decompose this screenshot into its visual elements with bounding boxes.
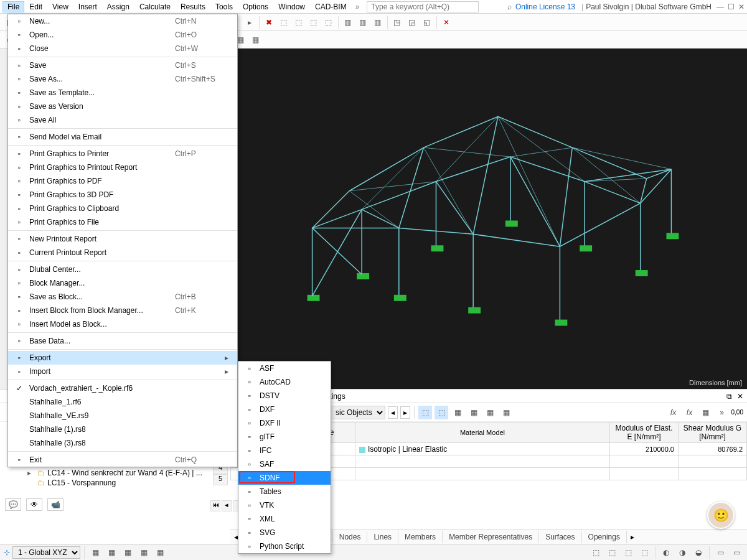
menu-item[interactable]: ▫Save as Version	[8, 100, 237, 113]
menu-item[interactable]: ▫Print Graphics to Printout Report	[8, 161, 237, 174]
next-icon[interactable]: ▸	[400, 406, 410, 419]
menu-item[interactable]: ▫Insert Block from Block Manager...Ctrl+…	[8, 304, 237, 317]
status-icon[interactable]: ▦	[137, 546, 151, 559]
submenu-item[interactable]: ▫XML	[238, 512, 331, 526]
tab[interactable]: Openings	[582, 531, 627, 543]
tree-item[interactable]: ▸🗀LC14 - Wind senkrecht zur Wand 4 (E-F-…	[9, 468, 208, 478]
status-icon[interactable]: ◒	[692, 546, 705, 559]
submenu-item[interactable]: ▫ASF	[238, 362, 331, 375]
menu-tools[interactable]: Tools	[210, 1, 238, 12]
status-icon[interactable]: ◑	[675, 546, 689, 559]
menu-item[interactable]: ▫Export▸	[8, 351, 237, 365]
submenu-item[interactable]: ▫glTF	[238, 430, 331, 444]
tool-icon[interactable]: ◱	[420, 16, 434, 29]
status-icon[interactable]: ⬚	[621, 546, 635, 559]
menu-edit[interactable]: Edit	[24, 1, 47, 12]
tool-icon[interactable]: ▦	[451, 406, 464, 419]
menu-item[interactable]: ▫Base Data...	[8, 334, 237, 348]
panel-close-icon[interactable]: ✕	[737, 392, 743, 401]
assistant-avatar[interactable]: 🙂	[707, 502, 735, 529]
tool-icon[interactable]: ⬚	[277, 16, 291, 29]
menu-item[interactable]: Stahlhalle_VE.rs9	[8, 409, 237, 422]
menu-cadbim[interactable]: CAD-BIM	[310, 1, 352, 12]
tab[interactable]: Nodes	[333, 531, 368, 543]
menu-item[interactable]: ▫Save as Block...Ctrl+B	[8, 290, 237, 304]
menu-item[interactable]: ▫New...Ctrl+N	[8, 14, 237, 28]
tool-icon[interactable]: ◲	[405, 16, 419, 29]
menu-options[interactable]: Options	[238, 1, 273, 12]
menu-item[interactable]: ▫Current Printout Report	[8, 246, 237, 259]
tab[interactable]: Member Representatives	[443, 531, 539, 543]
status-icon[interactable]: ◐	[659, 546, 673, 559]
menu-item[interactable]: ▫New Printout Report	[8, 232, 237, 246]
status-icon[interactable]: ▦	[88, 546, 102, 559]
tool-icon[interactable]: ▥	[371, 16, 385, 29]
menu-item[interactable]: ▫CloseCtrl+W	[8, 42, 237, 55]
tool-icon[interactable]: ▥	[341, 16, 355, 29]
close-icon[interactable]: ✕	[738, 2, 745, 11]
submenu-item[interactable]: ▫SAF	[238, 457, 331, 471]
col-header[interactable]: Shear Modulus G [N/mm²]	[679, 422, 747, 443]
menu-item[interactable]: ▫Block Manager...	[8, 276, 237, 290]
submenu-item[interactable]: ▫DXF II	[238, 416, 331, 430]
pager-first-icon[interactable]: ⏮	[210, 500, 220, 511]
tab[interactable]: Members	[398, 531, 443, 543]
camera-icon[interactable]: 📹	[47, 498, 63, 511]
status-icon[interactable]: ⬚	[605, 546, 619, 559]
menu-calculate[interactable]: Calculate	[134, 1, 176, 12]
tool-icon[interactable]: ⬚	[322, 16, 336, 29]
axis-icon[interactable]: ⊹	[4, 548, 10, 557]
tool-icon[interactable]: ▥	[356, 16, 370, 29]
menu-file[interactable]: File	[2, 1, 24, 12]
tool-icon[interactable]: ⬚	[418, 406, 432, 419]
menu-item[interactable]: ▫Save as Template...	[8, 86, 237, 100]
menu-item[interactable]: ▫Open...Ctrl+O	[8, 28, 237, 42]
menu-results[interactable]: Results	[176, 1, 210, 12]
tab[interactable]: Lines	[367, 531, 398, 543]
status-icon[interactable]: ⬚	[589, 546, 603, 559]
tool-icon[interactable]: ▦	[248, 33, 262, 47]
status-icon[interactable]: ⬚	[637, 546, 651, 559]
fx-icon[interactable]: fx	[683, 406, 697, 419]
menu-item[interactable]: ✓Vordach_extrahiert_-_Kopie.rf6	[8, 381, 237, 395]
panel-popout-icon[interactable]: ⧉	[726, 392, 732, 401]
menu-insert[interactable]: Insert	[73, 1, 102, 12]
maximize-icon[interactable]: ☐	[728, 2, 735, 11]
menu-item[interactable]: ▫Save As...Ctrl+Shift+S	[8, 72, 237, 86]
menu-item[interactable]: ▫Print Graphics to 3D PDF	[8, 188, 237, 202]
coord-system-select[interactable]: 1 - Global XYZ	[12, 546, 80, 559]
menu-item[interactable]: Stahlhalle (3).rs8	[8, 436, 237, 450]
col-header[interactable]: Modulus of Elast. E [N/mm²]	[610, 422, 679, 443]
tool-icon[interactable]: ⬚	[435, 406, 448, 419]
submenu-item[interactable]: ▫DSTV	[238, 389, 331, 403]
tool-icon[interactable]: ⬚	[292, 16, 306, 29]
tool-icon[interactable]: ⬚	[307, 16, 321, 29]
status-icon[interactable]: ▦	[153, 546, 167, 559]
prev-icon[interactable]: ◂	[388, 406, 398, 419]
menu-item[interactable]: ▫ExitCtrl+Q	[8, 453, 237, 467]
tool-icon[interactable]: ▦	[467, 406, 481, 419]
row-number[interactable]: 5	[213, 474, 228, 485]
submenu-item[interactable]: ▫DXF	[238, 403, 331, 416]
arrow-right-icon[interactable]: »	[715, 406, 729, 419]
submenu-item[interactable]: ▫Tables	[238, 485, 331, 498]
menu-view[interactable]: View	[47, 1, 73, 12]
menu-item[interactable]: ▫Insert Model as Block...	[8, 317, 237, 331]
objects-dropdown[interactable]: sic Objects	[330, 406, 385, 419]
submenu-item[interactable]: ▫IFC	[238, 444, 331, 457]
submenu-item[interactable]: ▫SDNF	[238, 471, 331, 485]
menu-item[interactable]: ▫Save All	[8, 113, 237, 127]
menu-item[interactable]: Stahlhalle (1).rs8	[8, 422, 237, 436]
status-icon[interactable]: ▦	[121, 546, 134, 559]
tool-icon[interactable]: ▦	[699, 406, 713, 419]
tool-icon[interactable]: ✕	[439, 16, 453, 29]
menu-item[interactable]: Stahlhalle_1.rf6	[8, 395, 237, 409]
submenu-item[interactable]: ▫Python Script	[238, 539, 331, 553]
menu-item[interactable]: ▫Print Graphics to PDF	[8, 174, 237, 188]
tab-scroll-right-icon[interactable]: ▸	[627, 533, 638, 541]
menu-window[interactable]: Window	[273, 1, 310, 12]
tree-item[interactable]: 🗀LC15 - Vorspannung	[9, 478, 208, 488]
menu-item[interactable]: ▫Print Graphics to File	[8, 215, 237, 229]
status-icon[interactable]: ▭	[713, 546, 727, 559]
submenu-item[interactable]: ▫AutoCAD	[238, 375, 331, 389]
